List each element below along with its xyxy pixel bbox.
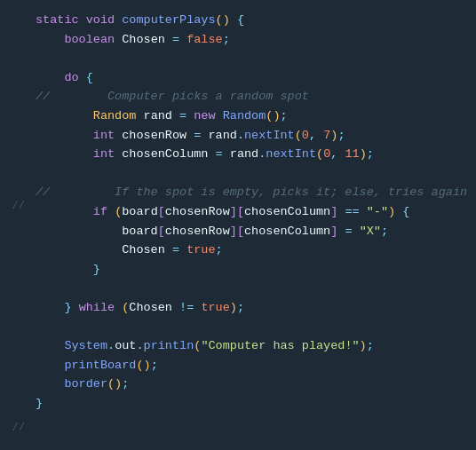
code-line-blank2: [36, 164, 476, 184]
code-line-14: System.out.println("Computer has played!…: [36, 336, 476, 356]
code-line-17: }: [36, 394, 476, 414]
code-line-8: // If the spot is empty, picks it; else,…: [36, 183, 476, 202]
code-lines: static void computerPlays() { boolean Ch…: [32, 9, 476, 441]
code-line-4: // Computer picks a random spot: [36, 87, 476, 107]
code-line-9: if (board[chosenRow][chosenColumn] == "-…: [36, 202, 476, 222]
code-line-16: border();: [36, 375, 476, 394]
code-line-7: int chosenColumn = rand.nextInt(0, 11);: [36, 145, 476, 164]
code-line-12: }: [36, 260, 476, 280]
code-line-11: Chosen = true;: [36, 241, 476, 260]
code-line-10: board[chosenRow][chosenColumn] = "X";: [36, 222, 476, 241]
code-line-15: printBoard();: [36, 356, 476, 375]
code-line-2: boolean Chosen = false;: [36, 30, 476, 50]
code-editor: // // static void computerPlays() { bool…: [0, 0, 476, 450]
code-line-blank1: [36, 49, 476, 68]
code-line-blank4: [36, 318, 476, 337]
line-numbers: // //: [0, 9, 32, 441]
code-line-13: } while (Chosen != true);: [36, 298, 476, 318]
code-line-blank3: [36, 279, 476, 298]
code-line-1: static void computerPlays() {: [36, 11, 476, 30]
code-line-6: int chosenRow = rand.nextInt(0, 7);: [36, 126, 476, 146]
code-line-3: do {: [36, 68, 476, 88]
code-line-5: Random rand = new Random();: [36, 107, 476, 126]
